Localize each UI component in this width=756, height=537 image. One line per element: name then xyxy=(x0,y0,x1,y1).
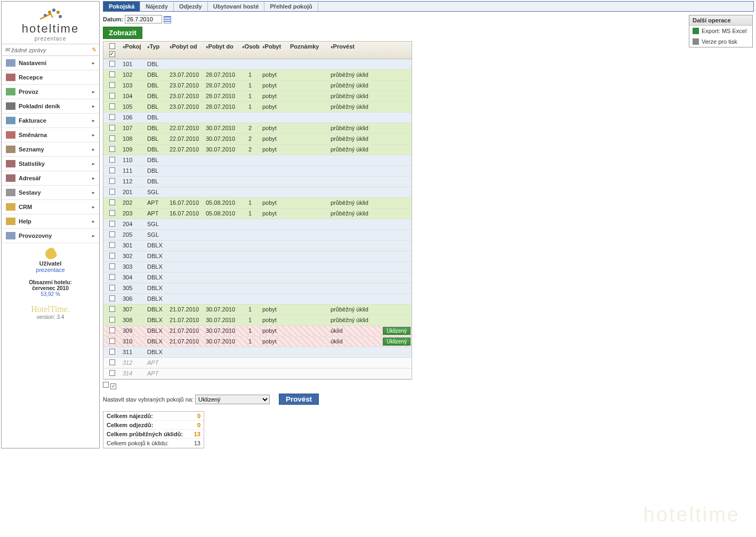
row-checkbox[interactable] xyxy=(109,157,115,163)
header-typ[interactable]: ♦Typ xyxy=(145,42,167,59)
nav-item-crm[interactable]: CRM▸ xyxy=(2,200,99,214)
row-checkbox[interactable] xyxy=(109,295,115,301)
cell-do: 30.07.2010 xyxy=(204,336,240,347)
table-row: 302DBLX xyxy=(103,251,412,262)
cell-pokoj: 307 xyxy=(120,304,145,315)
row-checkbox[interactable] xyxy=(109,167,115,173)
tab-p-ehled-pokoj-[interactable]: Přehled pokojů xyxy=(264,2,318,11)
footer-select-none-checkbox[interactable] xyxy=(103,382,109,388)
occupancy-pct[interactable]: 53,92 % xyxy=(2,291,99,297)
nav-item-provozovny[interactable]: Provozovny▸ xyxy=(2,229,99,243)
table-row: 104DBL23.07.201028.07.20101pobytprůběžný… xyxy=(103,91,412,102)
table-row: 103DBL23.07.201028.07.20101pobytprůběžný… xyxy=(103,81,412,91)
cell-do xyxy=(204,155,240,165)
show-button[interactable]: Zobrazit xyxy=(103,27,142,39)
cell-poznamky xyxy=(288,166,328,176)
row-checkbox[interactable] xyxy=(109,327,115,333)
status-select[interactable]: Uklizený xyxy=(195,395,270,404)
nav-item-recepce[interactable]: Recepce xyxy=(2,70,99,85)
cell-pobyt xyxy=(260,294,288,304)
row-checkbox[interactable] xyxy=(109,61,115,67)
edit-icon[interactable]: ✎ xyxy=(91,46,96,53)
cell-pokoj: 105 xyxy=(120,102,145,112)
row-checkbox[interactable] xyxy=(109,82,115,88)
tab-pokojsk-[interactable]: Pokojská xyxy=(103,2,140,11)
tab-n-jezdy[interactable]: Nájezdy xyxy=(140,2,174,11)
tab-ubytovan-host-[interactable]: Ubytovaní hosté xyxy=(208,2,265,11)
cell-od: 22.07.2010 xyxy=(167,134,204,144)
cell-pokoj: 201 xyxy=(120,187,145,197)
nav-item-sestavy[interactable]: Sestavy▸ xyxy=(2,186,99,200)
nav-item-pokladn-den-k[interactable]: Pokladní deník▸ xyxy=(2,99,99,114)
nav-item-statistiky[interactable]: Statistiky▸ xyxy=(2,157,99,171)
nav-item-provoz[interactable]: Provoz▸ xyxy=(2,85,99,99)
table-row: 307DBLX21.07.201030.07.20101pobytprůběžn… xyxy=(103,304,412,315)
row-checkbox[interactable] xyxy=(109,370,115,376)
date-input[interactable] xyxy=(125,15,162,23)
cell-typ: DBLX xyxy=(145,294,167,304)
row-checkbox[interactable] xyxy=(109,253,115,259)
table-row: 205SGL xyxy=(103,230,412,241)
row-checkbox[interactable] xyxy=(109,338,115,344)
cell-od xyxy=(167,187,204,197)
select-none-checkbox[interactable] xyxy=(109,43,115,49)
messages-bar[interactable]: ✉ žádné zprávy ✎ xyxy=(2,44,99,56)
header-pokoj[interactable]: ♦Pokoj xyxy=(120,42,145,59)
user-name[interactable]: prezentace xyxy=(36,267,65,273)
uklizeny-button[interactable]: Uklizený xyxy=(383,327,411,335)
row-checkbox[interactable] xyxy=(109,103,115,109)
row-checkbox[interactable] xyxy=(109,221,115,227)
header-pobyt-do[interactable]: ♦Pobyt do xyxy=(204,42,240,59)
cell-do xyxy=(204,113,240,123)
cell-do: 30.07.2010 xyxy=(204,123,240,133)
header-pobyt-od[interactable]: ♦Pobyt od xyxy=(167,42,204,59)
row-checkbox[interactable] xyxy=(109,285,115,291)
cell-pokoj: 112 xyxy=(120,177,145,187)
row-checkbox[interactable] xyxy=(109,231,115,237)
row-checkbox[interactable] xyxy=(109,199,115,205)
nav-label: Statistiky xyxy=(19,161,45,167)
nav-item-seznamy[interactable]: Seznamy▸ xyxy=(2,142,99,157)
row-checkbox[interactable] xyxy=(109,71,115,77)
footer-select-all-checkbox[interactable] xyxy=(110,383,116,389)
provest-button[interactable]: Provést xyxy=(279,394,319,405)
row-checkbox[interactable] xyxy=(109,135,115,141)
uklizeny-button[interactable]: Uklizený xyxy=(383,338,411,346)
row-checkbox[interactable] xyxy=(109,274,115,280)
row-checkbox[interactable] xyxy=(109,114,115,120)
tab-odjezdy[interactable]: Odjezdy xyxy=(174,2,208,11)
row-checkbox[interactable] xyxy=(109,263,115,269)
cell-osob xyxy=(240,177,260,187)
cell-od: 22.07.2010 xyxy=(167,145,204,155)
date-label: Datum: xyxy=(103,16,123,22)
nav-item-sm-n-rna[interactable]: Směnárna▸ xyxy=(2,128,99,142)
row-checkbox[interactable] xyxy=(109,242,115,248)
nav-item-fakturace[interactable]: Fakturace▸ xyxy=(2,114,99,128)
print-version-link[interactable]: Verze pro tisk xyxy=(689,36,752,47)
row-checkbox[interactable] xyxy=(109,306,115,312)
cell-od: 21.07.2010 xyxy=(167,304,204,315)
header-osob[interactable]: ♦Osob xyxy=(240,42,260,59)
nav-item-nastaven-[interactable]: Nastavení▸ xyxy=(2,56,99,70)
row-checkbox[interactable] xyxy=(109,189,115,195)
cell-osob xyxy=(240,219,260,229)
nav-item-adres-[interactable]: Adresář▸ xyxy=(2,171,99,186)
row-checkbox[interactable] xyxy=(109,210,115,216)
row-checkbox[interactable] xyxy=(109,93,115,99)
row-checkbox[interactable] xyxy=(109,178,115,184)
nav-item-help[interactable]: Help▸ xyxy=(2,214,99,229)
row-checkbox[interactable] xyxy=(109,317,115,323)
cell-od xyxy=(167,219,204,229)
row-checkbox[interactable] xyxy=(109,146,115,152)
export-excel-link[interactable]: Export: MS Excel xyxy=(689,26,752,36)
table-row: 201SGL xyxy=(103,187,412,198)
cell-osob: 1 xyxy=(240,70,260,80)
cell-pokoj: 111 xyxy=(120,166,145,176)
header-pobyt[interactable]: ♦Pobyt xyxy=(260,42,288,59)
header-provest[interactable]: ♦Provést xyxy=(328,42,412,59)
row-checkbox[interactable] xyxy=(109,359,115,365)
row-checkbox[interactable] xyxy=(109,349,115,355)
select-all-checkbox[interactable] xyxy=(109,51,115,57)
row-checkbox[interactable] xyxy=(109,125,115,131)
calendar-icon[interactable] xyxy=(164,16,171,23)
